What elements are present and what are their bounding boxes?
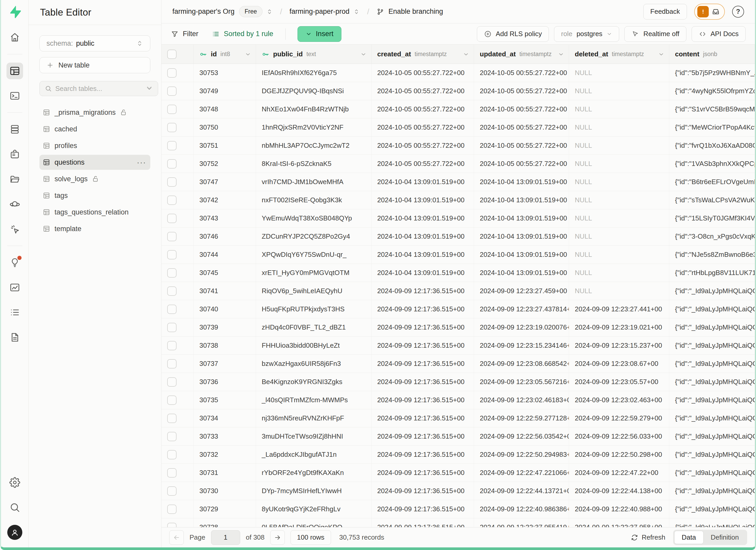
cell-updated_at[interactable]: 2024-10-04 13:09:01.519+00 <box>474 209 569 227</box>
database-nav-item[interactable] <box>6 121 23 138</box>
row-checkbox[interactable] <box>167 68 177 78</box>
cell-public_id[interactable]: ZDCunRYJP2CQ5Z8Po2Gy4 <box>256 227 372 245</box>
cell-public_id[interactable]: nxFT002ISeRE-Qobg3K3k <box>256 191 372 209</box>
cell-updated_at[interactable]: 2024-10-05 00:55:27.722+00 <box>474 64 569 82</box>
cell-updated_at[interactable]: 2024-09-09 12:22:44.13721+00 <box>474 482 569 500</box>
cell-content[interactable]: {"id":"4wyNgK55lOfrpmYZo <box>669 82 755 100</box>
cell-created_at[interactable]: 2024-09-09 12:17:36.515+00 <box>372 373 474 391</box>
sidebar-item-questions[interactable]: questions··· <box>39 155 150 170</box>
cell-content[interactable]: {"id":"_Id9aLyJpMHQLaiQC <box>669 482 755 500</box>
cell-public_id[interactable]: _l40sQIRTmMZfcm-MWMPs <box>256 391 372 409</box>
tab-definition[interactable]: Definition <box>704 531 746 544</box>
cell-updated_at[interactable]: 2024-09-09 12:23:19.020076+00 <box>474 318 569 336</box>
cell-content[interactable]: {"id":"sTsWaLCPsVA2WuK2 <box>669 191 755 209</box>
cell-id[interactable]: 30751 <box>194 137 256 155</box>
supabase-logo-icon[interactable] <box>8 5 22 19</box>
cell-deleted_at[interactable]: NULL <box>569 282 669 300</box>
api-docs-button[interactable]: API Docs <box>692 26 746 42</box>
row-checkbox[interactable] <box>167 196 177 205</box>
sort-button[interactable]: Sorted by 1 rule <box>212 30 273 38</box>
column-menu-icon[interactable] <box>245 51 251 57</box>
reports-nav-item[interactable] <box>6 279 23 296</box>
cell-updated_at[interactable]: 2024-10-05 00:55:27.722+00 <box>474 118 569 136</box>
cell-created_at[interactable]: 2024-10-04 13:09:01.519+00 <box>372 246 474 264</box>
cell-public_id[interactable]: DYp-7mcyMSIrHefLYIwwH <box>256 482 372 500</box>
cell-content[interactable]: {"id":"_Id9aLyJpMHQLaiQC <box>669 391 755 409</box>
row-checkbox[interactable] <box>167 177 177 187</box>
sidebar-item-tags_questions_relation[interactable]: tags_questions_relation <box>39 205 150 220</box>
cell-updated_at[interactable]: 2024-09-09 12:22:40.986386+00 <box>474 500 569 518</box>
cell-created_at[interactable]: 2024-09-09 12:17:36.515+00 <box>372 391 474 409</box>
column-menu-icon[interactable] <box>658 51 664 57</box>
cell-updated_at[interactable]: 2024-10-04 13:09:01.519+00 <box>474 191 569 209</box>
cell-id[interactable]: 30736 <box>194 373 256 391</box>
tab-data[interactable]: Data <box>674 531 704 544</box>
cell-public_id[interactable]: DGEJfJZPQUV9Q-IBqsNSi <box>256 82 372 100</box>
cell-updated_at[interactable]: 2024-09-09 12:23:27.459+00 <box>474 282 569 300</box>
cell-created_at[interactable]: 2024-10-05 00:55:27.722+00 <box>372 100 474 118</box>
cell-content[interactable]: {"id":"NJe5s8ZmBwnoB6e3s <box>669 246 755 264</box>
row-checkbox[interactable] <box>167 250 177 259</box>
column-menu-icon[interactable] <box>360 51 367 57</box>
sidebar-item-profiles[interactable]: profiles <box>39 138 150 153</box>
cell-deleted_at[interactable]: NULL <box>569 82 669 100</box>
cell-id[interactable]: 30746 <box>194 227 256 245</box>
feedback-button[interactable]: Feedback <box>643 4 687 19</box>
cell-id[interactable]: 30753 <box>194 64 256 82</box>
rows-per-page-button[interactable]: 100 rows <box>291 530 331 545</box>
cell-public_id[interactable]: _La6pddxcKJIbgufATJ1n <box>256 446 372 464</box>
logs-nav-item[interactable] <box>6 304 23 321</box>
cell-public_id[interactable]: xrETI_HyGY0mPMGVqtOTM <box>256 264 372 282</box>
add-rls-policy-button[interactable]: Add RLS policy <box>477 26 549 42</box>
new-table-button[interactable]: New table <box>39 57 150 73</box>
cell-deleted_at[interactable]: 2024-09-09 12:22:56.033+00 <box>569 427 669 445</box>
cell-content[interactable]: {"id":"1VASb3phnXXkQPCpw <box>669 155 755 173</box>
cell-created_at[interactable]: 2024-10-05 00:55:27.722+00 <box>372 118 474 136</box>
cell-created_at[interactable]: 2024-09-09 12:17:36.515+00 <box>372 300 474 318</box>
realtime-nav-item[interactable] <box>6 221 23 237</box>
row-checkbox[interactable] <box>167 523 177 527</box>
help-button[interactable]: ? <box>732 6 744 18</box>
cell-id[interactable]: 30729 <box>194 500 256 518</box>
row-checkbox[interactable] <box>167 414 177 423</box>
cell-content[interactable]: {"id":"B6tr6eEFLrOVgeUmH <box>669 173 755 191</box>
cell-deleted_at[interactable]: 2024-09-09 12:22:40.988+00 <box>569 500 669 518</box>
cell-id[interactable]: 30744 <box>194 246 256 264</box>
cell-public_id[interactable]: IEfA0sRh9hIXf62Y6ga75 <box>256 64 372 82</box>
cell-id[interactable]: 30745 <box>194 264 256 282</box>
cell-id[interactable]: 30748 <box>194 100 256 118</box>
cell-updated_at[interactable]: 2024-10-05 00:55:27.722+00 <box>474 137 569 155</box>
cell-deleted_at[interactable]: 2024-09-09 12:23:05.57+00 <box>569 373 669 391</box>
cell-updated_at[interactable]: 2024-09-09 12:23:08.668542+00 <box>474 355 569 373</box>
sidebar-item-solve_logs[interactable]: solve_logs <box>39 171 150 186</box>
cell-created_at[interactable]: 2024-09-09 12:17:36.515+00 <box>372 337 474 354</box>
column-header-public_id[interactable]: public_idtext <box>256 45 372 64</box>
row-checkbox[interactable] <box>167 323 177 332</box>
chevron-down-icon[interactable] <box>146 85 153 92</box>
cell-content[interactable]: {"id":"fvrQ1bXoJ6XaAD08G <box>669 137 755 155</box>
storage-nav-item[interactable] <box>6 171 23 187</box>
cell-public_id[interactable]: bzwXazHgax6UIR58j6Fn3 <box>256 355 372 373</box>
column-header-deleted_at[interactable]: deleted_attimestamptz <box>569 45 669 64</box>
column-header-id[interactable]: idint8 <box>194 45 256 64</box>
cell-created_at[interactable]: 2024-09-09 12:17:36.515+00 <box>372 355 474 373</box>
page-input[interactable] <box>211 530 240 545</box>
column-header-created_at[interactable]: created_attimestamptz <box>372 45 474 64</box>
cell-public_id[interactable]: 1hnRQjxSRm2V0VticY2NF <box>256 118 372 136</box>
cell-id[interactable]: 30728 <box>194 518 256 527</box>
sql-editor-nav-item[interactable] <box>6 88 23 104</box>
cell-content[interactable]: {"id":"15LSIyT0JGMf3KI4Vn <box>669 209 755 227</box>
row-checkbox[interactable] <box>167 359 177 368</box>
cell-deleted_at[interactable]: NULL <box>569 209 669 227</box>
column-menu-icon[interactable] <box>463 51 469 57</box>
cell-id[interactable]: 30740 <box>194 300 256 318</box>
cell-id[interactable]: 30742 <box>194 191 256 209</box>
cell-public_id[interactable]: H5uqFKpRUTPkjxdysT3HS <box>256 300 372 318</box>
select-all-checkbox[interactable] <box>167 50 177 59</box>
cell-id[interactable]: 30738 <box>194 337 256 354</box>
cell-created_at[interactable]: 2024-10-04 13:09:01.519+00 <box>372 264 474 282</box>
cell-updated_at[interactable]: 2024-10-04 13:09:01.519+00 <box>474 246 569 264</box>
cell-id[interactable]: 30733 <box>194 427 256 445</box>
cell-public_id[interactable]: zHDq4c0F0VBF_TL2_dBZ1 <box>256 318 372 336</box>
api-docs-nav-item[interactable] <box>6 329 23 346</box>
